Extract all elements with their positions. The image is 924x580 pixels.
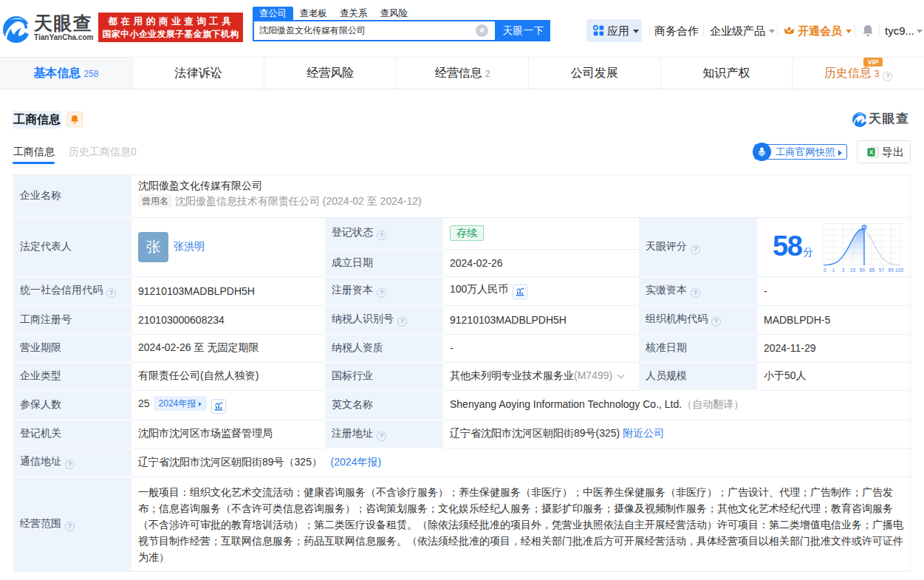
svg-text:85: 85 xyxy=(869,267,875,273)
svg-text:99: 99 xyxy=(888,267,894,273)
svg-text:97: 97 xyxy=(879,267,885,273)
svg-text:1: 1 xyxy=(832,267,835,273)
svg-text:50: 50 xyxy=(860,267,866,273)
svg-text:X: X xyxy=(869,149,874,156)
svg-text:15: 15 xyxy=(850,267,856,273)
svg-text:100: 100 xyxy=(895,267,904,273)
svg-text:3: 3 xyxy=(842,267,845,273)
svg-text:0: 0 xyxy=(824,267,827,273)
